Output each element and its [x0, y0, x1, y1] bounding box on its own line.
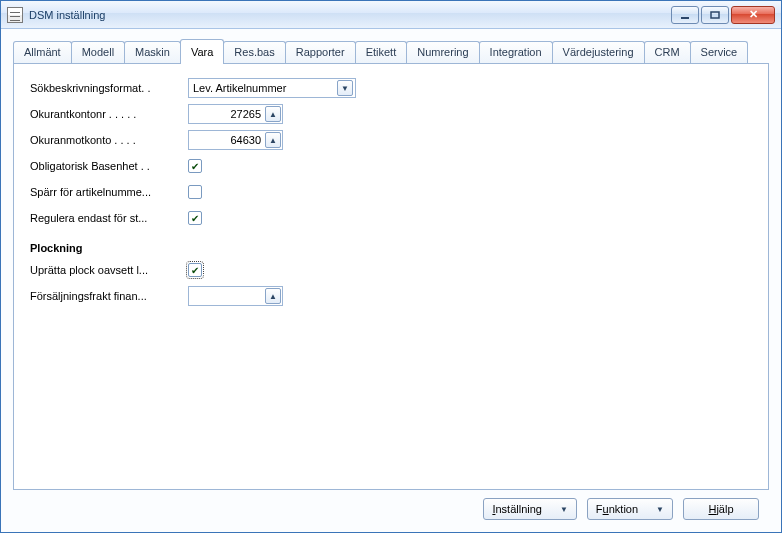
lookup-frakt[interactable]: ▲: [188, 286, 283, 306]
row-obligatorisk: Obligatorisk Basenhet . . ✔: [30, 156, 752, 176]
svg-rect-0: [681, 17, 689, 19]
checkbox-sparr[interactable]: [188, 185, 202, 199]
tab-integration[interactable]: Integration: [479, 41, 553, 63]
tab-allmant[interactable]: Allmänt: [13, 41, 72, 63]
row-upratta: Uprätta plock oavsett l... ✔: [30, 260, 752, 280]
label-okurantkontonr: Okurantkontonr . . . . .: [30, 108, 188, 120]
footer-buttons: Inställning ▼ Funktion ▼ Hjälp: [13, 490, 769, 524]
row-frakt: Försäljningsfrakt finan... ▲: [30, 286, 752, 306]
minimize-icon: [680, 11, 690, 19]
client-area: Allmänt Modell Maskin Vara Res.bas Rappo…: [1, 29, 781, 532]
row-sokbeskriv: Sökbeskrivningsformat. . Lev. Artikelnum…: [30, 78, 752, 98]
lookup-arrow-icon[interactable]: ▲: [265, 106, 281, 122]
input-okurantkontonr[interactable]: 27265 ▲: [188, 104, 283, 124]
tab-crm[interactable]: CRM: [644, 41, 691, 63]
tab-numrering[interactable]: Numrering: [406, 41, 479, 63]
label-sokbeskriv: Sökbeskrivningsformat. .: [30, 82, 188, 94]
tab-service[interactable]: Service: [690, 41, 749, 63]
form-icon: [7, 7, 23, 23]
chevron-down-icon: ▼: [560, 505, 568, 514]
row-sparr: Spärr för artikelnumme...: [30, 182, 752, 202]
maximize-button[interactable]: [701, 6, 729, 24]
button-funktion-label: Funktion: [596, 503, 638, 515]
chevron-down-icon[interactable]: ▼: [337, 80, 353, 96]
tab-rapporter[interactable]: Rapporter: [285, 41, 356, 63]
maximize-icon: [710, 11, 720, 19]
button-installning[interactable]: Inställning ▼: [483, 498, 576, 520]
close-button[interactable]: ✕: [731, 6, 775, 24]
tab-maskin[interactable]: Maskin: [124, 41, 181, 63]
tab-etikett[interactable]: Etikett: [355, 41, 408, 63]
tab-page-vara: Sökbeskrivningsformat. . Lev. Artikelnum…: [13, 63, 769, 490]
tab-strip: Allmänt Modell Maskin Vara Res.bas Rappo…: [13, 39, 769, 63]
label-upratta: Uprätta plock oavsett l...: [30, 264, 188, 276]
button-hjalp[interactable]: Hjälp: [683, 498, 759, 520]
dropdown-sokbeskriv-value: Lev. Artikelnummer: [193, 82, 286, 94]
input-okurantkontonr-value: 27265: [193, 108, 265, 120]
minimize-button[interactable]: [671, 6, 699, 24]
row-regulera: Regulera endast för st... ✔: [30, 208, 752, 228]
input-okuranmotkonto-value: 64630: [193, 134, 265, 146]
checkbox-upratta[interactable]: ✔: [188, 263, 202, 277]
label-obligatorisk: Obligatorisk Basenhet . .: [30, 160, 188, 172]
button-funktion[interactable]: Funktion ▼: [587, 498, 673, 520]
window-buttons: ✕: [667, 4, 779, 26]
row-okurantkontonr: Okurantkontonr . . . . . 27265 ▲: [30, 104, 752, 124]
tab-vardejustering[interactable]: Värdejustering: [552, 41, 645, 63]
label-sparr: Spärr för artikelnumme...: [30, 186, 188, 198]
button-hjalp-label: Hjälp: [708, 503, 733, 515]
tab-vara[interactable]: Vara: [180, 39, 224, 64]
close-icon: ✕: [749, 8, 758, 21]
dropdown-sokbeskriv[interactable]: Lev. Artikelnummer ▼: [188, 78, 356, 98]
lookup-arrow-icon[interactable]: ▲: [265, 288, 281, 304]
label-okuranmotkonto: Okuranmotkonto . . . .: [30, 134, 188, 146]
titlebar[interactable]: DSM inställning ✕: [1, 1, 781, 29]
button-installning-label: Inställning: [492, 503, 542, 515]
checkbox-obligatorisk[interactable]: ✔: [188, 159, 202, 173]
input-okuranmotkonto[interactable]: 64630 ▲: [188, 130, 283, 150]
chevron-down-icon: ▼: [656, 505, 664, 514]
checkbox-regulera[interactable]: ✔: [188, 211, 202, 225]
window-title: DSM inställning: [29, 9, 667, 21]
tab-resbas[interactable]: Res.bas: [223, 41, 285, 63]
label-frakt: Försäljningsfrakt finan...: [30, 290, 188, 302]
row-okuranmotkonto: Okuranmotkonto . . . . 64630 ▲: [30, 130, 752, 150]
section-plockning-title: Plockning: [30, 242, 752, 254]
label-regulera: Regulera endast för st...: [30, 212, 188, 224]
window-frame: DSM inställning ✕ Allmänt Modell Maskin …: [0, 0, 782, 533]
tab-modell[interactable]: Modell: [71, 41, 125, 63]
svg-rect-1: [711, 12, 719, 18]
lookup-arrow-icon[interactable]: ▲: [265, 132, 281, 148]
